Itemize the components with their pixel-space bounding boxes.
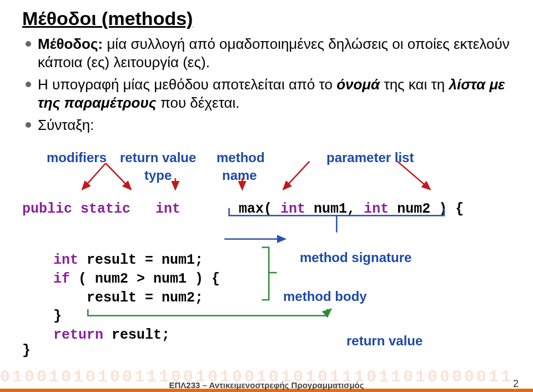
bullet-3: Σύνταξη: [24,116,511,134]
label-name: name [222,168,257,183]
bullet-1-bold: Μέθοδος: [38,36,107,52]
svg-line-5 [398,162,430,190]
method-diagram: modifiers return value type method name … [22,145,511,323]
code-signature: public static int max( int num1, int num… [22,201,464,217]
label-method: method [217,150,265,165]
svg-line-4 [283,162,309,190]
bullet-1: Μέθοδος: μία συλλογή από ομαδοποιημένες … [24,35,511,71]
label-method-signature: method signature [300,250,411,265]
bullet-list: Μέθοδος: μία συλλογή από ομαδοποιημένες … [24,35,511,134]
footer-course: ΕΠΛ233 – Αντικειμενοστρεφής Προγραμματισ… [0,380,533,390]
svg-line-1 [105,163,130,189]
label-return-value: return value [120,150,196,165]
code-close-brace: } [22,343,31,359]
bullet-1-text: μία συλλογή από ομαδοποιημένες δηλώσεις … [38,36,510,71]
svg-line-9 [327,309,331,313]
svg-line-0 [82,163,105,189]
label-method-body: method body [283,289,367,304]
label-modifiers: modifiers [47,150,107,165]
bullet-2: Η υπογραφή μίας μεθόδου αποτελείται από … [24,76,511,112]
page-number: 2 [513,378,519,390]
label-return-value-bottom: return value [346,333,423,349]
label-type: type [144,168,172,183]
slide-footer: 0100101010011100101001010101110110100000… [0,370,533,392]
code-body: int result = num1; if ( num2 > num1 ) { … [53,251,220,345]
slide-title: Μέθοδοι (methods) [22,8,511,29]
label-parameter-list: parameter list [326,150,414,165]
